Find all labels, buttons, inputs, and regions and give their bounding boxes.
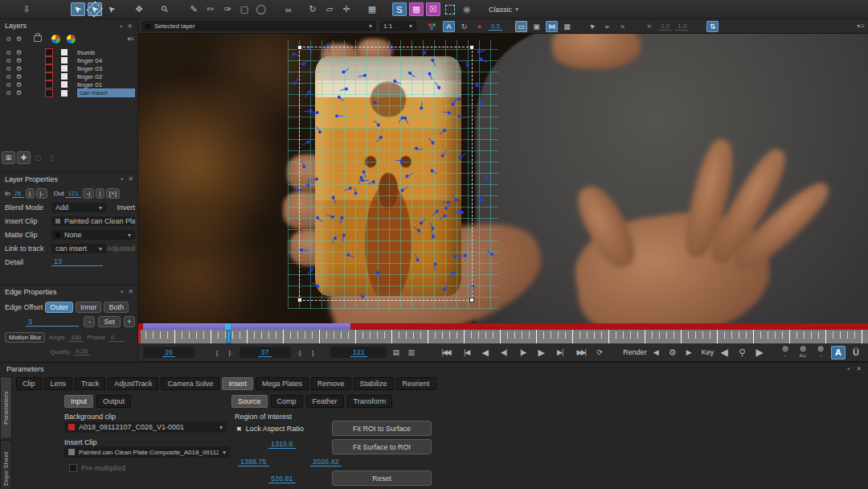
loop-playback-button[interactable]: ⟳ bbox=[594, 347, 606, 358]
increment-button[interactable]: + bbox=[124, 316, 135, 327]
fill-checkbox[interactable] bbox=[45, 89, 53, 97]
fit-surface-to-roi-button[interactable]: Fit Surface to ROI bbox=[332, 439, 432, 454]
bezier-tool[interactable]: ✏ bbox=[203, 2, 218, 16]
fit-roi-to-surface-button[interactable]: Fit ROI to Surface bbox=[332, 421, 432, 436]
pan-tool[interactable]: ✥ bbox=[132, 2, 146, 16]
outline-checkbox[interactable] bbox=[61, 90, 68, 97]
grid-warp-tool[interactable]: ▦ bbox=[365, 2, 379, 16]
out-frame-field[interactable]: 121 bbox=[330, 347, 387, 358]
dual-view-button[interactable]: ▣ bbox=[530, 21, 542, 32]
roi-left-value[interactable]: 1398.75 bbox=[238, 458, 269, 466]
side-tab-parameters[interactable]: Parameters bbox=[0, 376, 12, 439]
stabilize-button[interactable]: S bbox=[392, 2, 407, 16]
tab-source[interactable]: Source bbox=[231, 395, 268, 408]
tab-comp[interactable]: Comp bbox=[271, 395, 303, 408]
playhead[interactable] bbox=[227, 330, 231, 343]
in-frame-field[interactable]: 26 bbox=[143, 347, 194, 358]
outline-checkbox[interactable] bbox=[61, 49, 68, 55]
viewer-canvas[interactable] bbox=[138, 34, 868, 323]
premultiplied-checkbox[interactable] bbox=[69, 464, 77, 472]
tab-clip[interactable]: Clip bbox=[16, 377, 42, 390]
outer-button[interactable]: Outer bbox=[45, 302, 73, 313]
prev-keyframe-button[interactable]: |◀ bbox=[459, 346, 475, 360]
tab-insert[interactable]: Insert bbox=[222, 377, 253, 390]
goto-out-button[interactable]: -] bbox=[294, 347, 305, 357]
close-icon[interactable]: ✕ bbox=[856, 365, 862, 372]
bbox-handle[interactable] bbox=[297, 298, 302, 302]
tab-reorient[interactable]: Reorient bbox=[396, 377, 436, 390]
insert-clip-dropdown[interactable]: Painted can Clean Plate Composite_A018_0… bbox=[64, 446, 230, 458]
close-icon[interactable]: ✕ bbox=[128, 288, 133, 295]
background-clip-dropdown[interactable]: A018_09112107_C026_V1-0001 ▾ bbox=[64, 421, 227, 433]
link-tool[interactable]: ∞ bbox=[281, 2, 296, 16]
single-view-button[interactable]: ▭ bbox=[515, 21, 527, 32]
overview-playhead[interactable] bbox=[225, 323, 231, 330]
uberkey-button[interactable]: Ü bbox=[849, 346, 863, 360]
overlay-opacity-value[interactable]: 0.5 bbox=[489, 23, 502, 31]
fill-checkbox[interactable] bbox=[45, 64, 53, 72]
invert-label[interactable]: Invert bbox=[117, 203, 135, 212]
roto-area-button[interactable] bbox=[443, 2, 457, 16]
lock-layers-button[interactable]: ◻ bbox=[32, 152, 44, 163]
close-icon[interactable]: ✕ bbox=[127, 23, 133, 30]
both-button[interactable]: Both bbox=[104, 302, 129, 313]
side-tab-dope-sheet[interactable]: Dope Sheet bbox=[0, 440, 12, 489]
layer-name[interactable]: finger 01 bbox=[77, 81, 102, 88]
prev-key-button[interactable]: ◀ bbox=[717, 346, 731, 360]
rgb-channels-icon[interactable] bbox=[428, 21, 440, 32]
outline-checkbox[interactable] bbox=[61, 73, 68, 80]
rect-spline-tool[interactable]: ▢ bbox=[237, 2, 252, 16]
tab-camera-solve[interactable]: Camera Solve bbox=[161, 377, 219, 390]
matte-clip-dropdown[interactable]: None ▾ bbox=[51, 230, 135, 240]
set-in-button[interactable]: | bbox=[26, 188, 35, 199]
set-button[interactable]: Set bbox=[98, 316, 121, 327]
goto-end-button[interactable]: ▶▶| bbox=[571, 346, 591, 360]
xspline-tool[interactable]: ✎ bbox=[186, 2, 201, 16]
viewer-panel-menu[interactable]: ▾ ≡ bbox=[857, 23, 865, 30]
trim-clip-icon[interactable]: ▤ bbox=[390, 347, 402, 358]
marquee-select-tool[interactable]: ➤ bbox=[88, 2, 102, 16]
step-back-button[interactable]: ◀| bbox=[496, 346, 512, 360]
layer-select-dropdown[interactable]: Selected layer ▾ bbox=[141, 21, 376, 31]
move-tool[interactable]: ✛ bbox=[339, 2, 354, 16]
tab-lens[interactable]: Lens bbox=[44, 377, 73, 390]
brightness-icon[interactable]: ☀ bbox=[643, 21, 655, 32]
tab-input[interactable]: Input bbox=[64, 395, 93, 408]
next-key-button[interactable]: ▶ bbox=[752, 346, 767, 360]
delete-all-keys-icon[interactable]: ⊗ALL bbox=[796, 346, 810, 360]
drag-view-icon[interactable]: ➢ bbox=[601, 21, 613, 32]
out-value[interactable]: 121 bbox=[65, 190, 80, 198]
clip-range-icon[interactable]: ▥ bbox=[405, 347, 417, 358]
delete-keys-right-icon[interactable]: ⊗→ bbox=[813, 346, 828, 360]
tab-adjusttrack[interactable]: AdjustTrack bbox=[108, 377, 158, 390]
eye-icon[interactable]: ⊙ bbox=[3, 88, 14, 98]
play-button[interactable]: ▶ bbox=[534, 346, 549, 360]
tab-feather[interactable]: Feather bbox=[306, 395, 344, 408]
fill-checkbox[interactable] bbox=[45, 80, 53, 88]
mesh-off-button[interactable]: ☒ bbox=[426, 2, 440, 16]
zoom-level-dropdown[interactable]: 1:1 ▾ bbox=[379, 21, 416, 31]
render-back-button[interactable]: ◀ bbox=[650, 347, 662, 358]
tab-mega-plates[interactable]: Mega Plates bbox=[256, 377, 309, 390]
autokey-button[interactable]: A bbox=[831, 346, 845, 360]
layer-row[interactable]: ⊙ ⚙ finger 01 bbox=[0, 80, 138, 88]
brush-tool[interactable]: ✑ bbox=[220, 2, 235, 16]
trim-in-button[interactable]: |- bbox=[36, 188, 47, 199]
layer-name[interactable]: finger 04 bbox=[77, 57, 102, 64]
timeline-ruler[interactable] bbox=[138, 330, 868, 343]
gear-icon[interactable]: ⚙ bbox=[14, 88, 24, 98]
insert-clip-dropdown[interactable]: Painted can Clean Pla ▾ bbox=[51, 216, 135, 226]
gamma-value[interactable]: 1.0 bbox=[675, 23, 689, 31]
layer-name[interactable]: finger 03 bbox=[77, 65, 102, 72]
timeline-overview-bar[interactable] bbox=[138, 323, 868, 330]
workspace-preset-dropdown[interactable]: Classic ▾ bbox=[489, 6, 518, 14]
bbox-handle[interactable] bbox=[469, 45, 474, 50]
layer-name[interactable]: can insert bbox=[77, 88, 135, 97]
ellipse-spline-tool[interactable]: ◯ bbox=[254, 2, 268, 16]
outline-checkbox[interactable] bbox=[61, 81, 68, 88]
delete-keys-left-icon[interactable]: ⊗← bbox=[778, 346, 792, 360]
add-layer-button[interactable]: ✚ bbox=[17, 151, 31, 164]
tab-track[interactable]: Track bbox=[75, 377, 105, 390]
save-icon[interactable]: ⇩ bbox=[19, 2, 34, 16]
viewer-update-button[interactable]: ⇅ bbox=[706, 21, 719, 32]
